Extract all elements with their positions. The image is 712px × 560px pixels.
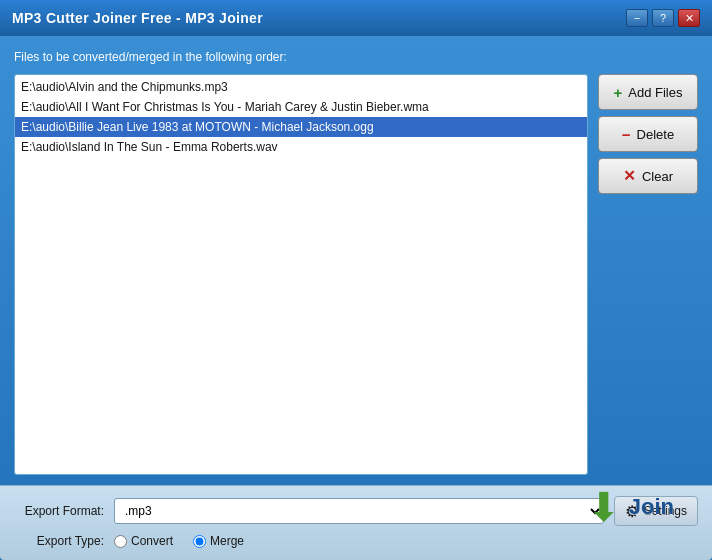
radio-group: Convert Merge xyxy=(114,534,244,548)
add-icon: + xyxy=(614,84,623,101)
add-files-button[interactable]: + Add Files xyxy=(598,74,698,110)
convert-text: Convert xyxy=(131,534,173,548)
minimize-button[interactable]: − xyxy=(626,9,648,27)
list-item[interactable]: E:\audio\Billie Jean Live 1983 at MOTOWN… xyxy=(15,117,587,137)
instruction-text: Files to be converted/merged in the foll… xyxy=(14,50,698,64)
export-type-label: Export Type: xyxy=(14,534,104,548)
export-format-label: Export Format: xyxy=(14,504,104,518)
delete-label: Delete xyxy=(637,127,675,142)
list-item[interactable]: E:\audio\Alvin and the Chipmunks.mp3 xyxy=(15,77,587,97)
main-content: Files to be converted/merged in the foll… xyxy=(0,36,712,560)
button-panel: + Add Files − Delete ✕ Clear xyxy=(598,74,698,475)
window-controls: − ? ✕ xyxy=(626,9,700,27)
clear-label: Clear xyxy=(642,169,673,184)
window-title: MP3 Cutter Joiner Free - MP3 Joiner xyxy=(12,10,263,26)
file-area: E:\audio\Alvin and the Chipmunks.mp3E:\a… xyxy=(14,74,698,475)
close-button[interactable]: ✕ xyxy=(678,9,700,27)
export-type-row: Export Type: Convert Merge xyxy=(14,534,698,548)
clear-icon: ✕ xyxy=(623,167,636,185)
join-label: Join xyxy=(629,494,674,520)
join-button[interactable]: ⬇ Join xyxy=(587,484,674,530)
format-select[interactable]: .mp3.wav.ogg.wma.flac xyxy=(114,498,604,524)
radio-convert[interactable] xyxy=(114,535,127,548)
delete-button[interactable]: − Delete xyxy=(598,116,698,152)
help-button[interactable]: ? xyxy=(652,9,674,27)
add-files-label: Add Files xyxy=(628,85,682,100)
delete-icon: − xyxy=(622,126,631,143)
title-bar: MP3 Cutter Joiner Free - MP3 Joiner − ? … xyxy=(0,0,712,36)
list-item[interactable]: E:\audio\All I Want For Christmas Is You… xyxy=(15,97,587,117)
clear-button[interactable]: ✕ Clear xyxy=(598,158,698,194)
list-item[interactable]: E:\audio\Island In The Sun - Emma Robert… xyxy=(15,137,587,157)
radio-convert-label[interactable]: Convert xyxy=(114,534,173,548)
join-icon: ⬇ xyxy=(587,484,621,530)
radio-merge[interactable] xyxy=(193,535,206,548)
bottom-wrapper: Export Format: .mp3.wav.ogg.wma.flac ⚙ S… xyxy=(14,496,698,548)
file-list[interactable]: E:\audio\Alvin and the Chipmunks.mp3E:\a… xyxy=(14,74,588,475)
bottom-section: Export Format: .mp3.wav.ogg.wma.flac ⚙ S… xyxy=(0,485,712,560)
merge-text: Merge xyxy=(210,534,244,548)
radio-merge-label[interactable]: Merge xyxy=(193,534,244,548)
